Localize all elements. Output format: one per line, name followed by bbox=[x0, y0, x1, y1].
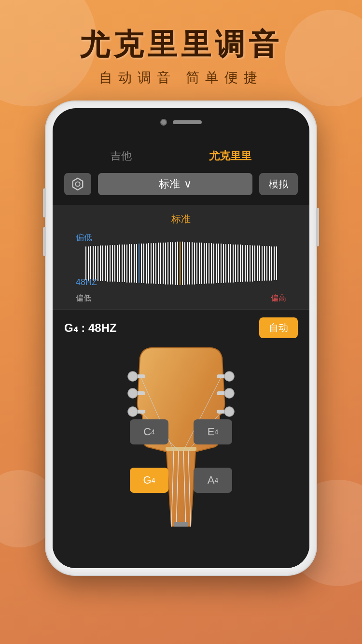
meter-tick bbox=[274, 246, 275, 281]
svg-point-9 bbox=[224, 388, 234, 398]
settings-icon-button[interactable] bbox=[64, 173, 91, 195]
g4-subscript: 4 bbox=[152, 476, 155, 484]
phone-volume-up bbox=[43, 188, 46, 217]
low-indicator-top: 偏低 bbox=[76, 232, 92, 243]
meter-tick bbox=[100, 245, 101, 281]
svg-rect-14 bbox=[166, 447, 196, 451]
auto-button[interactable]: 自动 bbox=[259, 317, 298, 338]
c4-subscript: 4 bbox=[151, 428, 155, 436]
meter-tick bbox=[237, 244, 238, 282]
meter-tick bbox=[233, 244, 234, 283]
string-a4-button[interactable]: A4 bbox=[194, 468, 232, 493]
svg-point-1 bbox=[75, 182, 80, 186]
meter-tick bbox=[165, 243, 166, 285]
hexagon-icon bbox=[71, 177, 84, 191]
meter-tick bbox=[122, 244, 123, 282]
meter-tick bbox=[112, 245, 113, 282]
meter-tick bbox=[107, 245, 108, 282]
meter-tick bbox=[225, 244, 226, 283]
svg-point-13 bbox=[224, 407, 234, 416]
mode-selector: 吉他 尤克里里 bbox=[53, 137, 309, 173]
meter-tick bbox=[153, 243, 154, 284]
phone-volume-down bbox=[43, 227, 46, 256]
svg-rect-23 bbox=[174, 522, 188, 527]
meter-tick bbox=[172, 242, 173, 285]
meter-tick bbox=[271, 246, 272, 281]
meter-tick bbox=[93, 246, 94, 281]
meter-tick bbox=[95, 246, 96, 281]
current-note-display: G₄ : 48HZ bbox=[64, 321, 117, 335]
meter-tick bbox=[134, 244, 135, 283]
tuner-center-label: 标准 bbox=[64, 213, 298, 226]
uke-header: G₄ : 48HZ 自动 bbox=[53, 310, 309, 343]
meter-tick bbox=[257, 245, 258, 281]
meter-tick bbox=[139, 243, 139, 283]
meter-tick bbox=[148, 243, 149, 284]
meter-tick bbox=[146, 243, 147, 284]
meter-tick bbox=[126, 244, 127, 283]
meter-tick bbox=[110, 245, 111, 282]
meter-tick bbox=[262, 246, 263, 281]
headstock-container: C4 E4 G4 A4 bbox=[123, 343, 239, 527]
meter-tick bbox=[158, 243, 159, 284]
phone-mockup: 吉他 尤克里里 标准 ∨ 模拟 bbox=[46, 101, 316, 575]
meter-tick bbox=[119, 244, 120, 282]
meter-tick bbox=[155, 243, 156, 284]
meter-tick bbox=[223, 244, 224, 283]
meter-tick bbox=[88, 246, 89, 281]
meter-tick bbox=[194, 243, 195, 285]
meter-tick bbox=[209, 243, 209, 284]
guitar-tab[interactable]: 吉他 bbox=[106, 147, 137, 165]
string-g4-button[interactable]: G4 bbox=[130, 468, 168, 493]
phone-outer-frame: 吉他 尤克里里 标准 ∨ 模拟 bbox=[46, 101, 316, 575]
e4-subscript: 4 bbox=[214, 428, 218, 436]
tuning-mode-selector[interactable]: 标准 ∨ bbox=[98, 173, 252, 195]
meter-tick bbox=[187, 242, 188, 285]
meter-tick bbox=[259, 245, 260, 281]
meter-tick bbox=[184, 242, 185, 285]
meter-tick bbox=[245, 245, 246, 282]
meter-tick bbox=[143, 243, 144, 284]
svg-point-5 bbox=[224, 372, 234, 381]
phone-power-button bbox=[316, 208, 319, 246]
svg-point-7 bbox=[128, 388, 138, 398]
meter-tick bbox=[266, 246, 267, 281]
meter-tick bbox=[102, 245, 103, 281]
string-c4-button[interactable]: C4 bbox=[130, 419, 168, 444]
earpiece-speaker bbox=[173, 120, 202, 124]
meter-tick bbox=[170, 242, 171, 285]
ukulele-tab[interactable]: 尤克里里 bbox=[204, 147, 256, 165]
meter-tick bbox=[211, 243, 212, 284]
string-e4-button[interactable]: E4 bbox=[194, 419, 232, 444]
controls-row: 标准 ∨ 模拟 bbox=[53, 173, 309, 205]
header-area: 尤克里里调音 自动调音 简单便捷 bbox=[80, 24, 282, 87]
meter-tick bbox=[141, 243, 142, 283]
meter-tick bbox=[230, 244, 231, 283]
meter-tick bbox=[177, 242, 178, 285]
meter-tick bbox=[201, 243, 202, 284]
tuner-meter-section: 标准 偏低 // Generate meter lines (function(… bbox=[53, 205, 309, 309]
meter-tick bbox=[240, 244, 241, 282]
meter-tick bbox=[254, 245, 255, 282]
meter-tick bbox=[216, 243, 217, 284]
meter-tick bbox=[160, 243, 161, 284]
meter-tick bbox=[124, 244, 125, 283]
meter-tick bbox=[90, 246, 91, 281]
meter-tick bbox=[131, 244, 132, 283]
meter-tick bbox=[105, 245, 106, 282]
meter-lines: // Generate meter lines (function() { co… bbox=[64, 229, 298, 287]
meter-tick bbox=[221, 243, 222, 283]
sub-title: 自动调音 简单便捷 bbox=[80, 69, 282, 87]
svg-point-3 bbox=[128, 372, 138, 381]
high-label-bottom: 偏高 bbox=[271, 293, 286, 303]
meter-tick bbox=[192, 242, 193, 285]
simulate-button[interactable]: 模拟 bbox=[259, 173, 298, 195]
meter-tick bbox=[163, 243, 164, 285]
meter-container: 偏低 // Generate meter lines (function() {… bbox=[64, 229, 298, 287]
meter-tick bbox=[264, 246, 265, 281]
meter-tick bbox=[247, 245, 248, 282]
a4-subscript: 4 bbox=[214, 476, 218, 484]
dropdown-chevron-icon: ∨ bbox=[184, 178, 192, 190]
meter-tick bbox=[114, 245, 115, 282]
meter-tick bbox=[213, 243, 214, 284]
